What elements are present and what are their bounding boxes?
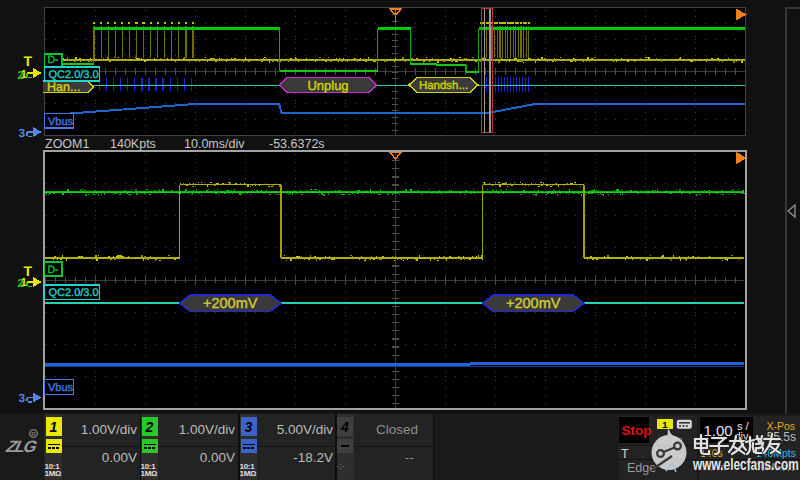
svg-text:www.elecfans.com: www.elecfans.com [692,455,799,473]
